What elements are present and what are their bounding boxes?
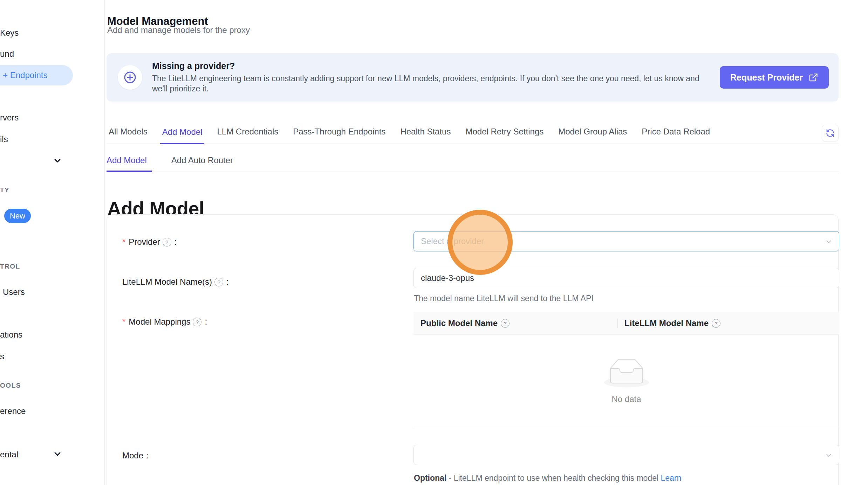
request-provider-button[interactable]: Request Provider xyxy=(720,66,829,89)
model-mappings-table: Public Model Name ? LiteLLM Model Name ? xyxy=(414,312,839,428)
required-asterisk: * xyxy=(122,237,125,247)
refresh-icon xyxy=(825,128,835,138)
new-badge: New xyxy=(4,209,31,223)
tab-bar: All Models Add Model LLM Credentials Pas… xyxy=(107,123,839,144)
no-data-text: No data xyxy=(611,394,641,404)
add-model-form-card: * Provider ? : Select a provider LiteLLM… xyxy=(107,214,839,485)
model-mappings-label: * Model Mappings ? : xyxy=(122,317,207,327)
model-name-helper: The model name LiteLLM will send to the … xyxy=(414,294,594,303)
sidebar-item-models-endpoints[interactable]: + Endpoints xyxy=(0,65,73,85)
chevron-down-icon[interactable] xyxy=(53,449,62,459)
chevron-down-icon xyxy=(825,451,833,460)
tab-price-data-reload[interactable]: Price Data Reload xyxy=(640,123,712,144)
table-empty-state: No data xyxy=(414,335,839,428)
provider-label: * Provider ? : xyxy=(122,237,177,247)
column-header-litellm-model-name: LiteLLM Model Name ? xyxy=(617,318,720,328)
sidebar-item-users[interactable]: Users xyxy=(3,287,25,297)
tab-model-retry-settings[interactable]: Model Retry Settings xyxy=(463,123,546,144)
mode-label: Mode : xyxy=(122,451,149,460)
sidebar-item-ils[interactable]: ils xyxy=(0,134,8,144)
chevron-down-icon xyxy=(825,238,833,247)
table-header-row: Public Model Name ? LiteLLM Model Name ? xyxy=(414,312,839,335)
learn-link[interactable]: Learn xyxy=(661,473,681,483)
request-provider-label: Request Provider xyxy=(730,72,803,83)
help-icon[interactable]: ? xyxy=(712,319,720,328)
tab-llm-credentials[interactable]: LLM Credentials xyxy=(215,123,280,144)
sidebar-item-playground[interactable]: und xyxy=(0,49,14,59)
column-header-public-model-name: Public Model Name ? xyxy=(414,318,617,328)
refresh-button[interactable] xyxy=(822,125,839,141)
tab-all-models[interactable]: All Models xyxy=(107,123,150,144)
sidebar-item-reference[interactable]: erence xyxy=(0,406,26,416)
help-icon[interactable]: ? xyxy=(193,318,201,326)
required-asterisk: * xyxy=(122,317,125,327)
help-icon[interactable]: ? xyxy=(163,238,171,247)
tab-health-status[interactable]: Health Status xyxy=(398,123,453,144)
main-content: Model Management Add and manage models f… xyxy=(107,0,839,485)
mode-select[interactable] xyxy=(414,445,839,465)
help-icon[interactable]: ? xyxy=(501,319,510,328)
sidebar-item-s[interactable]: s xyxy=(0,352,4,361)
subtab-add-model[interactable]: Add Model xyxy=(107,153,152,172)
tab-add-model[interactable]: Add Model xyxy=(160,124,205,144)
sidebar-item-experimental[interactable]: ental xyxy=(0,450,18,459)
sidebar-section-header: OOLS xyxy=(0,382,21,389)
model-management-page: Keys und + Endpoints rvers ils TY New TR… xyxy=(0,0,868,485)
tab-model-group-alias[interactable]: Model Group Alias xyxy=(556,123,629,144)
sidebar-section-header: TROL xyxy=(0,263,20,270)
model-name-input[interactable]: claude-3-opus xyxy=(414,268,839,288)
provider-select[interactable]: Select a provider xyxy=(414,231,839,251)
chevron-down-icon[interactable] xyxy=(53,155,62,165)
page-subtitle: Add and manage models for the proxy xyxy=(107,25,250,35)
plus-circle-icon xyxy=(118,65,142,90)
missing-provider-banner: Missing a provider? The LiteLLM engineer… xyxy=(107,53,839,102)
provider-placeholder: Select a provider xyxy=(421,236,484,246)
column-divider xyxy=(617,319,618,328)
sidebar-item-keys[interactable]: Keys xyxy=(0,28,19,38)
model-name-value: claude-3-opus xyxy=(421,273,474,283)
sidebar-item-organizations[interactable]: ations xyxy=(0,330,22,340)
sidebar-item-servers[interactable]: rvers xyxy=(0,113,19,123)
sidebar-item-label: + Endpoints xyxy=(3,70,47,80)
help-icon[interactable]: ? xyxy=(214,278,223,286)
banner-title: Missing a provider? xyxy=(152,61,235,71)
subtab-bar: Add Model Add Auto Router xyxy=(107,153,839,172)
mode-helper: Optional - LiteLLM endpoint to use when … xyxy=(414,473,681,483)
inbox-icon xyxy=(604,359,649,389)
banner-body: The LiteLLM engineering team is constant… xyxy=(152,74,713,94)
tab-pass-through-endpoints[interactable]: Pass-Through Endpoints xyxy=(291,123,388,144)
external-link-icon xyxy=(808,72,818,82)
subtab-add-auto-router[interactable]: Add Auto Router xyxy=(171,153,236,172)
sidebar: Keys und + Endpoints rvers ils TY New TR… xyxy=(0,0,105,485)
sidebar-section-header: TY xyxy=(0,186,9,194)
model-names-label: LiteLLM Model Name(s) ? : xyxy=(122,277,229,287)
